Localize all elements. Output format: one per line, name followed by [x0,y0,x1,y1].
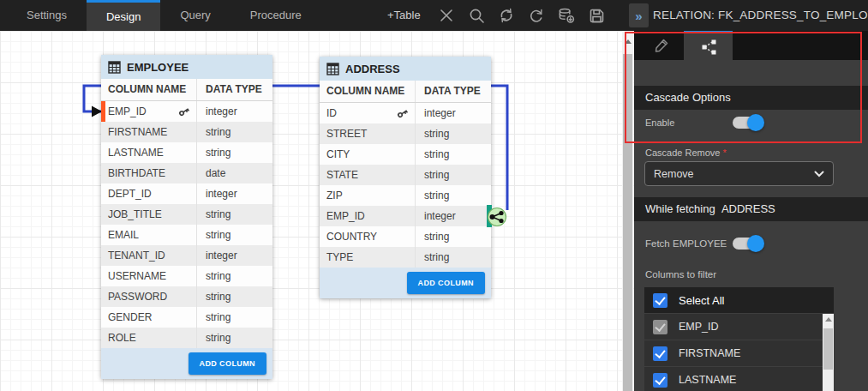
column-name-cell: JOB_TITLE [101,204,197,225]
while-fetching-table: ADDRESS [721,202,775,215]
table-row-zip[interactable]: ZIPstring [320,185,491,206]
column-name-header: COLUMN NAME [320,81,416,102]
column-name-cell: CITY [320,144,416,165]
table-row-city[interactable]: CITYstring [320,144,491,165]
data-type-cell: integer [416,103,491,123]
table-row-username[interactable]: USERNAMEstring [101,266,272,286]
fetch-employee-toggle[interactable] [733,238,761,250]
select-all-row[interactable]: Select All [644,287,834,314]
tab-relation-settings[interactable] [684,31,733,60]
cascade-remove-select[interactable]: Remove [644,161,834,186]
table-row-type[interactable]: TYPEstring [320,247,491,268]
add-table-button[interactable]: +Table [387,0,421,31]
table-column-headers: COLUMN NAME DATA TYPE [320,81,491,103]
table-address[interactable]: ADDRESS COLUMN NAME DATA TYPE IDintegerS… [320,57,491,298]
table-name: EMPLOYEE [127,61,189,74]
nav-tab-design[interactable]: Design [87,0,160,31]
relation-connector-icon[interactable] [0,31,634,391]
select-all-label: Select All [679,294,724,307]
filter-column-row-emp_id[interactable]: EMP_ID [644,314,834,340]
filter-column-label: FIRSTNAME [679,347,740,359]
table-row-street[interactable]: STREETstring [320,123,491,144]
list-scrollbar[interactable] [823,314,834,391]
collapse-panel-button[interactable]: » [629,3,649,27]
table-row-gender[interactable]: GENDERstring [101,307,272,328]
scroll-up-button[interactable] [622,31,633,51]
table-address-header[interactable]: ADDRESS [320,57,491,81]
columns-filter-list: Select All EMP_IDFIRSTNAMELASTNAME [644,287,834,391]
filter-column-label: EMP_ID [679,321,719,333]
relation-line [0,31,634,391]
scrollbar-thumb[interactable] [623,54,632,391]
table-row-email[interactable]: EMAILstring [101,225,272,245]
columns-to-filter-label: Columns to filter [645,269,716,280]
required-asterisk: * [722,147,726,158]
schema-canvas[interactable]: EMPLOYEE COLUMN NAME DATA TYPE EMP_IDint… [0,31,634,391]
close-icon[interactable] [438,7,455,24]
column-name-cell: FIRSTNAME [101,122,197,142]
data-type-cell: string [197,328,272,348]
filter-items: EMP_IDFIRSTNAMELASTNAME [644,314,834,391]
column-name-cell: EMP_ID [320,206,416,226]
column-name-cell: USERNAME [101,266,197,286]
checkbox[interactable] [653,320,667,334]
checkbox[interactable] [653,373,667,388]
table-employee-header[interactable]: EMPLOYEE [101,55,272,79]
cascade-remove-label-text: Cascade Remove [645,147,720,158]
table-row-job_title[interactable]: JOB_TITLEstring [101,204,272,225]
data-type-cell: string [416,123,491,144]
top-toolbar: SettingsDesignQueryProcedure +Table [0,0,868,31]
checkbox[interactable] [653,346,667,361]
nav-tab-settings[interactable]: Settings [7,0,87,31]
export-db-icon[interactable] [558,7,575,24]
table-row-firstname[interactable]: FIRSTNAMEstring [101,122,272,142]
table-row-password[interactable]: PASSWORDstring [101,286,272,307]
column-name-cell: BIRTHDATE [101,163,197,183]
table-employee[interactable]: EMPLOYEE COLUMN NAME DATA TYPE EMP_IDint… [101,55,272,379]
add-column-button[interactable]: ADD COLUMN [189,352,267,375]
table-row-country[interactable]: COUNTRYstring [320,226,491,247]
table-rows: IDintegerSTREETstringCITYstringSTATEstri… [320,103,491,268]
table-row-state[interactable]: STATEstring [320,165,491,185]
filter-column-row-lastname[interactable]: LASTNAME [644,367,834,391]
table-row-emp_id[interactable]: EMP_IDinteger [320,206,491,226]
table-row-id[interactable]: IDinteger [320,103,491,123]
data-type-cell: integer [197,183,272,204]
table-grid-icon [326,63,339,75]
filter-column-row-firstname[interactable]: FIRSTNAME [644,340,834,367]
column-name-cell: TYPE [320,247,416,268]
nav-tab-procedure[interactable]: Procedure [230,0,321,31]
table-row-birthdate[interactable]: BIRTHDATEdate [101,163,272,183]
select-all-checkbox[interactable] [653,293,667,308]
relation-icon [699,38,718,57]
table-row-dept_id[interactable]: DEPT_IDinteger [101,183,272,204]
redo-icon[interactable] [528,7,545,24]
table-row-emp_id[interactable]: EMP_IDinteger [101,101,272,122]
add-column-button[interactable]: ADD COLUMN [407,272,486,294]
canvas-scrollbar[interactable] [622,31,633,391]
data-type-cell: string [416,165,491,185]
tab-edit-relation[interactable] [638,31,684,60]
table-rows: EMP_IDintegerFIRSTNAMEstringLASTNAMEstri… [101,101,272,348]
save-icon[interactable] [588,7,605,24]
sync-icon[interactable] [498,7,515,24]
select-value: Remove [654,168,694,180]
data-type-cell: string [197,225,272,245]
fetch-employee-label: Fetch EMPLOYEE [645,238,727,249]
nav-tab-query[interactable]: Query [160,0,230,31]
column-name-cell: STREET [320,123,416,144]
column-name-cell: EMP_ID [101,101,197,122]
filter-column-label: LASTNAME [679,374,736,386]
search-icon[interactable] [468,7,485,24]
table-column-headers: COLUMN NAME DATA TYPE [101,79,272,101]
table-row-role[interactable]: ROLEstring [101,328,272,348]
table-row-lastname[interactable]: LASTNAMEstring [101,142,272,163]
column-name-cell: ID [320,103,416,123]
triangle-up-icon [825,317,832,322]
data-type-cell: string [197,204,272,225]
enable-label: Enable [645,117,674,128]
scrollbar-thumb[interactable] [823,328,833,370]
enable-toggle[interactable] [733,117,761,129]
data-type-cell: string [197,307,272,328]
table-row-tenant_id[interactable]: TENANT_IDinteger [101,245,272,266]
